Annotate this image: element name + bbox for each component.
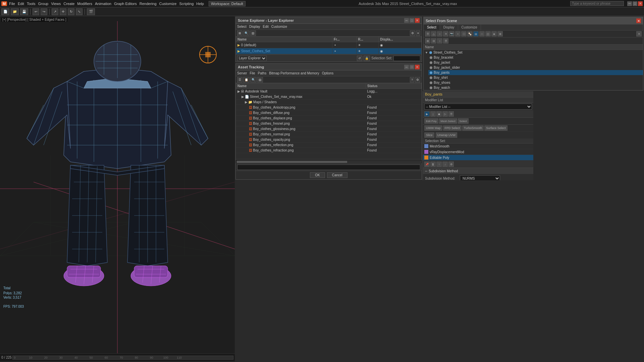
at-help-btn[interactable]: ? xyxy=(410,77,414,82)
selection-set-input[interactable] xyxy=(393,56,420,61)
menu-customize[interactable]: Customize xyxy=(159,2,177,6)
table-row[interactable]: 🖼 Boy_clothes_Anisotropy.png Found xyxy=(236,105,422,110)
at-btn2[interactable]: 📋 xyxy=(243,77,250,82)
redo-button[interactable]: ↪ xyxy=(41,8,47,15)
sfs-expand-btn[interactable]: ⊞ xyxy=(425,38,430,44)
subdivision-method-header[interactable]: ─ Subdivision Method xyxy=(423,168,533,174)
at-btn4[interactable]: ▤ xyxy=(257,77,263,82)
tree-item-root[interactable]: ▼ Street_Clothes_Set xyxy=(424,50,643,55)
workspace-dropdown[interactable]: Workspace: Default xyxy=(209,1,246,6)
sfs-filter-btn[interactable]: ☰ xyxy=(425,31,430,37)
menu-tools[interactable]: Tools xyxy=(27,2,36,6)
sfs-camera-btn[interactable]: 📷 xyxy=(449,31,454,37)
edit-poly-button[interactable]: Edit Poly xyxy=(424,118,438,124)
render-button[interactable]: 🎬 xyxy=(87,8,95,15)
sfs-space-btn[interactable]: ⬡ xyxy=(461,31,467,37)
table-row[interactable]: 🖼 Boy_clothes_refraction.png Found xyxy=(236,148,422,153)
tree-item[interactable]: Boy_shirt xyxy=(428,75,643,80)
at-menu-options[interactable]: Options xyxy=(322,71,333,75)
sfs-all-btn[interactable]: ▤ xyxy=(473,31,479,37)
maximize-button[interactable]: □ xyxy=(633,1,637,6)
tab-customize[interactable]: Customize xyxy=(458,24,481,30)
table-row[interactable]: 🖼 Boy_clothes_diffuse.png Found xyxy=(236,110,422,116)
sfs-shape-btn[interactable]: ○ xyxy=(437,31,442,37)
sfs-helper-btn[interactable]: + xyxy=(455,31,461,37)
sfs-light-btn[interactable]: ☀ xyxy=(443,31,448,37)
tab-select[interactable]: Select xyxy=(424,24,440,30)
save-button[interactable]: 💾 xyxy=(20,8,28,15)
undo-button[interactable]: ↩ xyxy=(33,8,39,15)
sfs-none-btn[interactable]: □ xyxy=(479,31,485,37)
menu-modifiers[interactable]: Modifiers xyxy=(77,2,92,6)
sfs-bone-btn[interactable]: 🦴 xyxy=(467,31,473,37)
menu-file[interactable]: File xyxy=(9,2,15,6)
mesh-select-button[interactable]: Mesh Select xyxy=(439,118,457,124)
se-menu-select[interactable]: Select xyxy=(237,25,247,28)
mod-tab3[interactable]: ◆ xyxy=(436,111,442,117)
tree-item[interactable]: Boy_jacket_slider xyxy=(428,65,643,70)
explorer-type-select[interactable]: Layer Explorer xyxy=(237,56,267,61)
sfs-close-x-btn[interactable]: ✕ xyxy=(636,31,642,37)
at-menu-paths[interactable]: Paths xyxy=(258,71,267,75)
viewport[interactable]: [+] [Perspective] [ Shaded + Edged Faces… xyxy=(0,16,235,361)
mod-item-vray[interactable]: vRayDisplacementMod xyxy=(423,149,533,155)
se-menu-edit[interactable]: Edit xyxy=(263,25,269,28)
tree-item[interactable]: Boy_shoes xyxy=(428,80,643,85)
at-btn1[interactable]: ☰ xyxy=(237,77,243,82)
se-options-btn[interactable]: ⚙ xyxy=(410,31,415,36)
menu-rendering[interactable]: Rendering xyxy=(140,2,157,6)
se-menu-customize[interactable]: Customize xyxy=(271,25,287,28)
move-up-btn[interactable]: ↑ xyxy=(436,162,442,167)
menu-graph[interactable]: Graph Editors xyxy=(114,2,137,6)
at-restore-button[interactable]: □ xyxy=(410,65,414,69)
menu-help[interactable]: Help xyxy=(196,2,204,6)
menu-scripting[interactable]: Scripting xyxy=(179,2,194,6)
close-button[interactable]: ✕ xyxy=(638,1,643,6)
config-mod-btn[interactable]: ⚙ xyxy=(448,162,454,167)
se-menu-display[interactable]: Display xyxy=(249,25,260,28)
slice-btn[interactable]: Slice xyxy=(424,132,434,138)
sfs-hier-btn[interactable]: ⊞ xyxy=(497,31,503,37)
search-input[interactable] xyxy=(570,1,624,6)
open-button[interactable]: 📁 xyxy=(11,8,19,15)
new-button[interactable]: 📄 xyxy=(1,8,9,15)
mod-tab1[interactable]: ▶ xyxy=(424,111,430,117)
table-row[interactable]: ▶ 📄 Street_Clothes_Set_max_vray.max Ok xyxy=(236,94,422,100)
pin-mod-btn[interactable]: 📌 xyxy=(424,162,430,167)
at-path-input[interactable] xyxy=(237,165,420,170)
at-ok-button[interactable]: OK xyxy=(310,172,325,178)
move-button[interactable]: ✛ xyxy=(60,8,66,15)
scale-button[interactable]: ⤡ xyxy=(76,8,83,15)
rotate-button[interactable]: ↻ xyxy=(68,8,74,15)
at-config-btn[interactable]: ⚙ xyxy=(415,77,420,82)
unwrap-uvw-btn[interactable]: Unwrap UVW xyxy=(436,132,458,138)
sfs-close-button[interactable]: ✕ xyxy=(636,18,641,23)
restore-panel-button[interactable]: □ xyxy=(410,18,414,23)
table-row[interactable]: 🖼 Boy_clothes_opacity.png Found xyxy=(236,137,422,142)
sfs-sort-btn[interactable]: ↕ xyxy=(437,38,442,44)
menu-create[interactable]: Create xyxy=(63,2,74,6)
mod-tab4[interactable]: ▷ xyxy=(442,111,448,117)
select-button[interactable]: Select xyxy=(458,118,469,124)
table-row[interactable]: 🖼 Boy_clothes_glossiness.png Found xyxy=(236,126,422,132)
at-menu-bitmap[interactable]: Bitmap Performance and Memory xyxy=(269,71,319,75)
table-row[interactable]: 🖼 Boy_clothes_reflection.png Found xyxy=(236,142,422,148)
select-button[interactable]: ↗ xyxy=(52,8,58,15)
tree-item[interactable]: Boy_watch xyxy=(428,85,643,90)
tree-item[interactable]: Boy_jacket xyxy=(428,60,643,65)
delete-mod-btn[interactable]: 🗑 xyxy=(430,162,436,167)
se-more-btn[interactable]: ≡ xyxy=(416,31,420,36)
surface-select-btn[interactable]: Surface Select xyxy=(484,125,507,131)
tree-item-selected[interactable]: Boy_pants xyxy=(428,70,643,75)
mod-item-meshsmooth[interactable]: MeshSmooth xyxy=(423,143,533,149)
menu-animation[interactable]: Animation xyxy=(95,2,111,6)
sfs-collapse-btn[interactable]: ⊟ xyxy=(431,38,436,44)
mod-tab2[interactable]: | xyxy=(430,111,436,117)
at-btn3[interactable]: 🔍 xyxy=(250,77,257,82)
table-row[interactable]: 🖼 Boy_clothes_fresnel.png Found xyxy=(236,121,422,126)
table-row[interactable]: 🖼 Boy_clothes_normal.png Found xyxy=(236,132,422,137)
move-down-btn[interactable]: ↓ xyxy=(442,162,448,167)
table-row[interactable]: ▶ 0 (default) ⚬ ☀ ◉ xyxy=(236,42,422,48)
menu-group[interactable]: Group xyxy=(38,2,49,6)
table-row[interactable]: 🖼 Boy_clothes_displace.png Found xyxy=(236,116,422,121)
